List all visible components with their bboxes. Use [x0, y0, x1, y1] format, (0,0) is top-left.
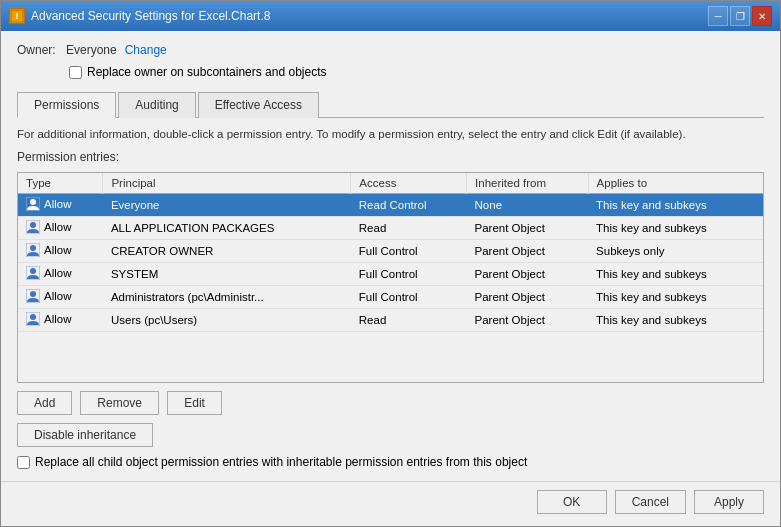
permission-entries-label: Permission entries:: [17, 150, 764, 164]
table-header-row: Type Principal Access Inherited from App…: [18, 173, 763, 194]
col-principal[interactable]: Principal: [103, 173, 351, 194]
cell-inherited: Parent Object: [467, 286, 589, 309]
col-applies[interactable]: Applies to: [588, 173, 763, 194]
change-link[interactable]: Change: [125, 43, 167, 57]
svg-point-8: [30, 268, 36, 274]
cell-applies: This key and subkeys: [588, 217, 763, 240]
window-icon: !: [9, 8, 25, 24]
bottom-checkbox-row: Replace all child object permission entr…: [17, 455, 764, 469]
col-type[interactable]: Type: [18, 173, 103, 194]
footer: OK Cancel Apply: [1, 481, 780, 526]
cell-inherited: Parent Object: [467, 263, 589, 286]
cell-principal: Users (pc\Users): [103, 309, 351, 332]
cell-access: Read: [351, 309, 467, 332]
cancel-button[interactable]: Cancel: [615, 490, 686, 514]
col-access[interactable]: Access: [351, 173, 467, 194]
user-icon: [26, 266, 40, 280]
replace-owner-checkbox[interactable]: [69, 66, 82, 79]
cell-applies: This key and subkeys: [588, 309, 763, 332]
title-bar-buttons: ─ ❐ ✕: [708, 6, 772, 26]
cell-principal: ALL APPLICATION PACKAGES: [103, 217, 351, 240]
cell-access: Full Control: [351, 263, 467, 286]
action-buttons-row: Add Remove Edit: [17, 391, 764, 415]
tab-effective-access[interactable]: Effective Access: [198, 92, 319, 118]
window-title: Advanced Security Settings for Excel.Cha…: [31, 9, 708, 23]
permissions-table: Type Principal Access Inherited from App…: [18, 173, 763, 332]
user-icon: [26, 243, 40, 257]
replace-child-label: Replace all child object permission entr…: [35, 455, 527, 469]
user-icon: [26, 197, 40, 211]
cell-inherited: None: [467, 194, 589, 217]
cell-type: Allow: [18, 309, 103, 332]
add-button[interactable]: Add: [17, 391, 72, 415]
disable-inheritance-container: Disable inheritance: [17, 423, 764, 447]
replace-child-checkbox[interactable]: [17, 456, 30, 469]
owner-label: Owner:: [17, 43, 62, 57]
title-bar: ! Advanced Security Settings for Excel.C…: [1, 1, 780, 31]
cell-principal: Everyone: [103, 194, 351, 217]
cell-principal: Administrators (pc\Administr...: [103, 286, 351, 309]
cell-type: Allow: [18, 194, 103, 217]
replace-owner-label: Replace owner on subcontainers and objec…: [87, 65, 326, 79]
cell-type: Allow: [18, 286, 103, 309]
cell-principal: CREATOR OWNER: [103, 240, 351, 263]
svg-point-12: [30, 314, 36, 320]
user-icon: [26, 289, 40, 303]
info-text: For additional information, double-click…: [17, 126, 764, 142]
cell-principal: SYSTEM: [103, 263, 351, 286]
cell-access: Full Control: [351, 240, 467, 263]
col-inherited[interactable]: Inherited from: [467, 173, 589, 194]
cell-inherited: Parent Object: [467, 217, 589, 240]
cell-access: Read Control: [351, 194, 467, 217]
user-icon: [26, 312, 40, 326]
table-row[interactable]: Allow CREATOR OWNER Full Control Parent …: [18, 240, 763, 263]
svg-point-2: [30, 199, 36, 205]
cell-access: Full Control: [351, 286, 467, 309]
cell-access: Read: [351, 217, 467, 240]
owner-value: Everyone: [66, 43, 117, 57]
cell-applies: This key and subkeys: [588, 263, 763, 286]
replace-owner-row: Replace owner on subcontainers and objec…: [69, 65, 764, 79]
svg-point-4: [30, 222, 36, 228]
ok-button[interactable]: OK: [537, 490, 607, 514]
svg-text:!: !: [16, 11, 19, 21]
tabs-container: Permissions Auditing Effective Access: [17, 91, 764, 118]
cell-type: Allow: [18, 263, 103, 286]
remove-button[interactable]: Remove: [80, 391, 159, 415]
cell-type: Allow: [18, 240, 103, 263]
svg-point-6: [30, 245, 36, 251]
table-row[interactable]: Allow Administrators (pc\Administr... Fu…: [18, 286, 763, 309]
table-row[interactable]: Allow Users (pc\Users) Read Parent Objec…: [18, 309, 763, 332]
owner-section: Owner: Everyone Change: [17, 43, 764, 57]
cell-inherited: Parent Object: [467, 240, 589, 263]
disable-inheritance-button[interactable]: Disable inheritance: [17, 423, 153, 447]
minimize-button[interactable]: ─: [708, 6, 728, 26]
cell-inherited: Parent Object: [467, 309, 589, 332]
cell-type: Allow: [18, 217, 103, 240]
svg-point-10: [30, 291, 36, 297]
cell-applies: This key and subkeys: [588, 286, 763, 309]
cell-applies: Subkeys only: [588, 240, 763, 263]
tab-permissions[interactable]: Permissions: [17, 92, 116, 118]
table-row[interactable]: Allow Everyone Read Control None This ke…: [18, 194, 763, 217]
restore-button[interactable]: ❐: [730, 6, 750, 26]
dialog-content: Owner: Everyone Change Replace owner on …: [1, 31, 780, 481]
table-row[interactable]: Allow SYSTEM Full Control Parent Object …: [18, 263, 763, 286]
apply-button[interactable]: Apply: [694, 490, 764, 514]
permissions-table-container: Type Principal Access Inherited from App…: [17, 172, 764, 383]
close-button[interactable]: ✕: [752, 6, 772, 26]
edit-button[interactable]: Edit: [167, 391, 222, 415]
cell-applies: This key and subkeys: [588, 194, 763, 217]
main-window: ! Advanced Security Settings for Excel.C…: [0, 0, 781, 527]
table-row[interactable]: Allow ALL APPLICATION PACKAGES Read Pare…: [18, 217, 763, 240]
user-icon: [26, 220, 40, 234]
tab-auditing[interactable]: Auditing: [118, 92, 195, 118]
